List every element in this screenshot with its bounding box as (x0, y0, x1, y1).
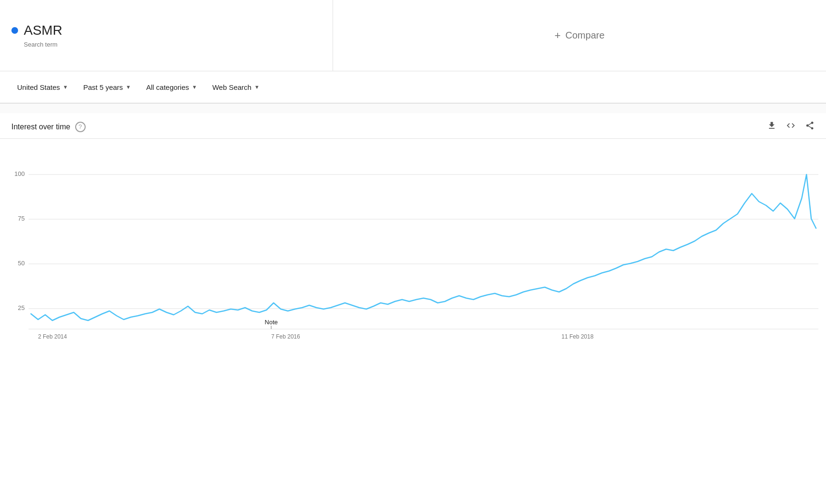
compare-plus-icon: + (554, 29, 560, 42)
svg-text:11 Feb 2018: 11 Feb 2018 (561, 333, 594, 340)
search-type-label: Search term (24, 41, 321, 48)
interest-over-time-chart: 100 75 50 25 2 Feb 2014 7 Feb 2016 11 Fe… (0, 148, 826, 348)
search-term-title: ASMR (11, 23, 321, 38)
filter-bar: United States ▼ Past 5 years ▼ All categ… (0, 71, 826, 104)
filter-category[interactable]: All categories ▼ (140, 79, 203, 95)
svg-text:100: 100 (14, 170, 25, 177)
svg-text:75: 75 (18, 215, 25, 222)
header-section: ASMR Search term + Compare (0, 0, 826, 71)
compare-label: Compare (565, 30, 604, 41)
filter-time-arrow: ▼ (126, 84, 131, 90)
filter-time[interactable]: Past 5 years ▼ (78, 79, 137, 95)
svg-text:7 Feb 2016: 7 Feb 2016 (271, 333, 300, 340)
search-keyword: ASMR (24, 23, 62, 38)
filter-category-arrow: ▼ (192, 84, 197, 90)
share-icon[interactable] (805, 121, 815, 133)
chart-actions (767, 121, 815, 133)
filter-time-label: Past 5 years (83, 83, 123, 91)
chart-title: Interest over time (11, 123, 70, 131)
download-icon[interactable] (767, 121, 777, 133)
blue-dot-indicator (11, 27, 18, 34)
svg-text:2 Feb 2014: 2 Feb 2014 (38, 333, 67, 340)
filter-search-type[interactable]: Web Search ▼ (206, 79, 265, 95)
filter-region[interactable]: United States ▼ (11, 79, 74, 95)
svg-text:Note: Note (265, 319, 277, 326)
search-term-box: ASMR Search term (0, 0, 333, 71)
filter-region-arrow: ▼ (63, 84, 68, 90)
filter-category-label: All categories (146, 83, 189, 91)
filter-search-type-label: Web Search (212, 83, 251, 91)
embed-icon[interactable] (786, 121, 796, 133)
chart-header: Interest over time ? (0, 113, 826, 139)
help-icon[interactable]: ? (75, 122, 86, 132)
filter-search-type-arrow: ▼ (254, 84, 259, 90)
svg-text:50: 50 (18, 260, 25, 267)
chart-title-group: Interest over time ? (11, 122, 86, 132)
chart-section: Interest over time ? 100 75 50 25 (0, 104, 826, 353)
compare-box[interactable]: + Compare (333, 0, 826, 71)
chart-container: 100 75 50 25 2 Feb 2014 7 Feb 2016 11 Fe… (0, 139, 826, 353)
svg-text:25: 25 (18, 304, 25, 311)
filter-region-label: United States (17, 83, 60, 91)
